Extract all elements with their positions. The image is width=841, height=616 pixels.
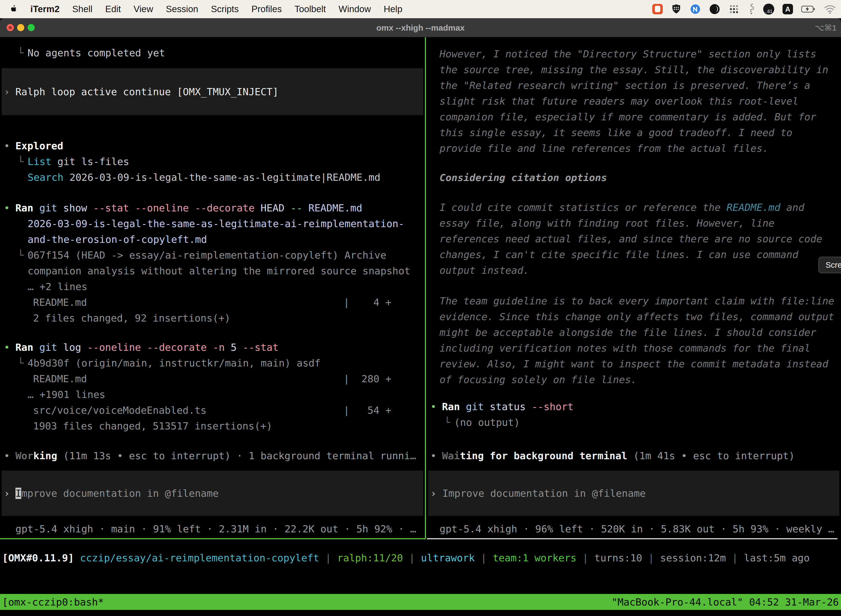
menu-item-view[interactable]: View <box>133 4 153 14</box>
ran-show-stat-row: README.md| 4 + <box>33 295 425 311</box>
tmux-status-bar: [omx-cczip0:bash* "MacBook-Pro-44.local"… <box>0 594 841 610</box>
model-statusline-left: gpt-5.4 xhigh · main · 91% left · 2.31M … <box>15 521 416 537</box>
screen: iTerm2 Shell Edit View Session Scripts P… <box>0 0 841 616</box>
reasoning-p3-l5: review. Also, I might want to inspect th… <box>440 356 828 372</box>
pane-border-bottom-right <box>427 538 837 539</box>
apple-icon[interactable] <box>9 4 18 14</box>
reasoning-p1-l5: companion file, especially if more comme… <box>440 109 816 125</box>
pane-left[interactable]: └No agents completed yet ›Ralph loop act… <box>0 37 425 539</box>
blue-badge-icon[interactable] <box>690 4 701 15</box>
reasoning-p1-l3: the "Related research writing" section i… <box>440 78 810 94</box>
menu-bar: iTerm2 Shell Edit View Session Scripts P… <box>0 0 841 18</box>
ran-git-log-line: •Ran git log --oneline --decorate -n 5 -… <box>4 339 278 355</box>
window-title-bar: omx --xhigh --madmax ⌥⌘1 <box>0 18 841 37</box>
ran-log-more: … +1901 lines <box>28 387 105 403</box>
ran-git-show-line: •Ran git show --stat --oneline --decorat… <box>4 200 362 216</box>
menu-item-window[interactable]: Window <box>338 4 371 14</box>
dots-grid-icon[interactable] <box>728 4 740 15</box>
menu-item-toolbelt[interactable]: Toolbelt <box>294 4 326 14</box>
pane-border-bottom-left <box>0 538 426 539</box>
terminal: └No agents completed yet ›Ralph loop act… <box>0 37 841 540</box>
squiggle-icon[interactable] <box>748 3 755 15</box>
ralph-counter: ralph:11/20 <box>337 550 403 566</box>
input-source-icon[interactable]: A <box>782 4 793 14</box>
menu-left: iTerm2 Shell Edit View Session Scripts P… <box>9 4 402 14</box>
inject-banner: ›Ralph loop active continue [OMX_TMUX_IN… <box>1 68 423 115</box>
reasoning-p3-l4: including verification notes with those … <box>440 340 810 356</box>
menu-item-iterm2[interactable]: iTerm2 <box>30 4 60 14</box>
explored-search-line: Search 2026-03-09-is-legal-the-same-as-l… <box>28 169 381 185</box>
tmux-session-name: [omx-cczip0:bash* <box>2 596 104 608</box>
omx-status-bar: [OMX#0.11.9]cczip/essay/ai-reimplementat… <box>2 550 810 566</box>
reasoning-p1-l2: the source tree, missing the essay. Stil… <box>440 62 828 78</box>
battery-percent-icon[interactable]: ..61 <box>763 4 774 15</box>
ran-show-output2: companion analysis without altering the … <box>28 263 410 279</box>
ran-log-output1: └4b9d30f (origin/main, instructkr/main, … <box>18 355 321 371</box>
omx-version: [OMX#0.11.9] <box>2 550 74 566</box>
omx-branch-path: cczip/essay/ai-reimplementation-copyleft <box>80 550 319 566</box>
explored-list-line: └List git ls-files <box>18 154 129 170</box>
window-shortcut: ⌥⌘1 <box>815 18 837 37</box>
ran-show-wrap1: 2026-03-09-is-legal-the-same-as-legitima… <box>28 216 404 232</box>
reasoning-p3-l3: might be acceptable alongside the file l… <box>440 324 816 340</box>
reasoning-p1-l1: However, I noticed the "Directory Struct… <box>440 46 816 62</box>
menu-item-profiles[interactable]: Profiles <box>251 4 282 14</box>
session-duration: session:12m <box>660 550 726 566</box>
agents-line: └No agents completed yet <box>18 45 165 61</box>
reasoning-p3-l1: The team guideline is to back every impo… <box>440 293 834 309</box>
reasoning-p2-l2: essay file, along with finding root file… <box>440 215 775 231</box>
menu-item-shell[interactable]: Shell <box>72 4 92 14</box>
window-title: omx --xhigh --madmax <box>0 18 841 37</box>
ran-show-summary: 2 files changed, 92 insertions(+) <box>33 310 230 326</box>
text-cursor: I <box>15 488 22 499</box>
pane-divider[interactable] <box>425 37 426 538</box>
reasoning-p3-l6: of focusing solely on file lines. <box>440 372 637 388</box>
shield-icon[interactable] <box>671 4 681 15</box>
team-workers: team:1 workers <box>493 550 576 566</box>
model-statusline-right: gpt-5.4 xhigh · 96% left · 520K in · 5.8… <box>440 521 834 537</box>
explored-header: •Explored <box>4 138 63 154</box>
menu-item-session[interactable]: Session <box>166 4 198 14</box>
ran-show-output3: … +2 lines <box>28 279 88 295</box>
menu-status-icons: ..61 A <box>652 0 836 18</box>
ran-show-output1: └067f154 (HEAD -> essay/ai-reimplementat… <box>18 247 386 263</box>
mode-label: ultrawork <box>421 550 475 566</box>
reasoning-p2-l1: I could cite commit statistics or refere… <box>440 199 804 216</box>
turns-counter: turns:10 <box>594 550 642 566</box>
reasoning-p2-l4: changes, I can't cite specific file line… <box>440 247 798 263</box>
menu-item-edit[interactable]: Edit <box>105 4 121 14</box>
readme-link: README.md <box>727 199 780 216</box>
reasoning-heading: Considering citation options <box>440 170 607 186</box>
menu-item-help[interactable]: Help <box>384 4 402 14</box>
tmux-host-clock: "MacBook-Pro-44.local" 04:52 31-Mar-26 <box>611 596 839 608</box>
crescent-icon[interactable] <box>709 4 720 15</box>
waiting-status-line: •Waiting for background terminal (1m 41s… <box>431 448 795 464</box>
ran-status-output: └(no output) <box>444 415 520 431</box>
reasoning-p1-l4: slight risk that future readers may over… <box>440 93 798 109</box>
ran-log-summary: 1903 files changed, 513517 insertions(+) <box>33 418 273 434</box>
reasoning-p1-l6: this single essay, it seems like a good … <box>440 125 793 141</box>
reasoning-p2-l3: references need actual files, and since … <box>440 231 822 247</box>
reasoning-p3-l2: evidence. Since this change only affects… <box>440 309 834 325</box>
prompt-input-left[interactable]: ›Improve documentation in @filename <box>1 471 423 516</box>
battery-icon[interactable] <box>801 6 816 13</box>
wifi-icon[interactable] <box>824 4 836 14</box>
prompt-input-right[interactable]: › Improve documentation in @filename <box>428 471 840 516</box>
screen-overlay-button[interactable]: Scre <box>818 257 841 273</box>
screen-record-icon[interactable] <box>652 4 663 14</box>
menu-item-scripts[interactable]: Scripts <box>211 4 239 14</box>
pane-right[interactable]: However, I noticed the "Directory Struct… <box>426 37 841 539</box>
reasoning-p2-l5: output instead. <box>440 263 529 279</box>
reasoning-p1-l7: provide file and line references from th… <box>440 141 768 157</box>
last-activity: last:5m ago <box>744 550 810 566</box>
ran-git-status-line: •Ran git status --short <box>431 399 574 415</box>
ran-log-stat1-row: README.md| 280 + <box>33 371 425 387</box>
working-status-line: •Working (11m 13s • esc to interrupt) · … <box>4 448 416 464</box>
ran-log-stat2-row: src/voice/voiceModeEnabled.ts| 54 + <box>33 402 425 418</box>
ran-show-wrap2: and-the-erosion-of-copyleft.md <box>28 232 207 248</box>
